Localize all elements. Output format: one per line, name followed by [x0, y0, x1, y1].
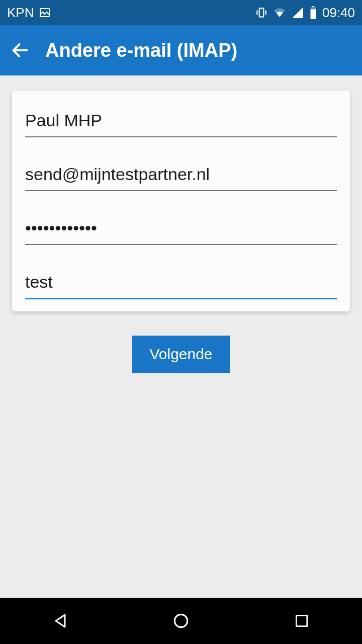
- svg-rect-3: [265, 11, 266, 15]
- picture-icon: [39, 7, 51, 19]
- svg-rect-6: [311, 10, 316, 20]
- next-button[interactable]: Volgende: [132, 336, 229, 373]
- content-area: Volgende: [0, 75, 362, 373]
- page-title: Andere e-mail (IMAP): [45, 40, 237, 61]
- name-field[interactable]: [25, 106, 337, 137]
- nav-back-button[interactable]: [48, 608, 73, 633]
- svg-rect-4: [312, 6, 314, 7]
- status-left: KPN: [7, 5, 51, 21]
- form-card: [12, 91, 350, 311]
- carrier-label: KPN: [7, 5, 34, 21]
- nav-recent-button[interactable]: [289, 608, 314, 633]
- cell-signal-icon: [291, 6, 304, 19]
- svg-rect-1: [259, 8, 264, 17]
- email-field[interactable]: [25, 159, 337, 191]
- app-bar: Andere e-mail (IMAP): [0, 25, 362, 75]
- status-bar: KPN: [0, 0, 362, 25]
- battery-icon: [309, 6, 317, 19]
- svg-rect-9: [296, 615, 307, 626]
- status-right: 09:40: [255, 5, 355, 21]
- button-row: Volgende: [12, 336, 350, 373]
- nav-home-button[interactable]: [168, 608, 194, 633]
- clock-label: 09:40: [322, 5, 355, 21]
- vibrate-icon: [255, 6, 268, 19]
- svg-rect-2: [256, 11, 257, 15]
- back-button[interactable]: [10, 40, 30, 60]
- android-nav-bar: [0, 598, 362, 644]
- svg-point-8: [174, 614, 187, 627]
- wifi-icon: [273, 6, 286, 19]
- description-field[interactable]: [25, 267, 337, 299]
- password-field[interactable]: [25, 213, 337, 245]
